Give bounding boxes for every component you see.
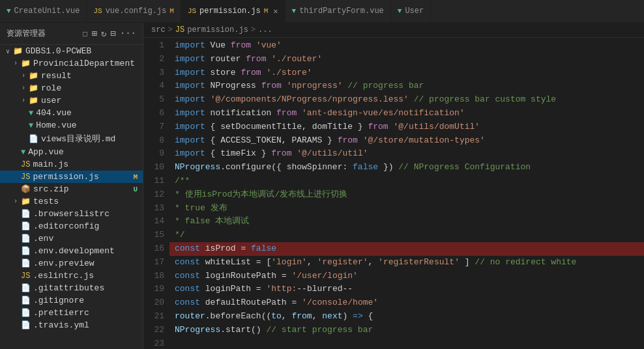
tab-label: thirdPartyForm.vue <box>299 7 384 16</box>
untracked-badge: U <box>133 186 138 193</box>
sidebar-item-gitignore[interactable]: 📄 .gitignore <box>0 294 143 307</box>
file-icon: 📄 <box>21 283 31 293</box>
sidebar-item-404vue[interactable]: ▼ 404.vue <box>0 107 143 119</box>
tab-permission[interactable]: JS permission.js M ✕ <box>181 0 285 23</box>
chevron-right-icon: › <box>18 72 29 79</box>
sidebar-item-homevue[interactable]: ▼ Home.vue <box>0 119 143 132</box>
sidebar-item-tests[interactable]: › 📁 tests <box>0 195 143 208</box>
refresh-icon[interactable]: ↻ <box>101 28 106 39</box>
file-label: permission.js <box>33 172 133 182</box>
line-numbers: 1234567891011121314151617181920212223242… <box>143 38 169 349</box>
modified-badge: M <box>133 173 138 181</box>
code-editor[interactable]: import Vue from 'vue'import router from … <box>169 38 644 349</box>
code-line: */ <box>175 229 644 242</box>
project-name: GDBS1.0-PCWEB <box>25 46 143 56</box>
vue-icon: ▼ <box>7 7 11 15</box>
file-label: main.js <box>33 160 143 169</box>
more-icon[interactable]: ··· <box>120 28 136 39</box>
code-line: * 使用isProd为本地调试/发布线上进行切换 <box>175 188 644 202</box>
file-label: views目录说明.md <box>41 133 143 145</box>
js-icon: JS <box>93 7 102 15</box>
code-line: import router from './router' <box>175 53 644 66</box>
breadcrumb-src: src <box>151 25 166 35</box>
sidebar-item-gitattributes[interactable]: 📄 .gitattributes <box>0 282 143 294</box>
code-line: const whiteList = ['login', 'register', … <box>175 256 644 270</box>
modified-badge: M <box>264 7 269 15</box>
sidebar-item-editorconfig[interactable]: 📄 .editorconfig <box>0 220 143 232</box>
folder-label: result <box>41 71 143 81</box>
code-line: import { setDocumentTitle, domTitle } fr… <box>175 120 644 134</box>
js-file-icon: JS <box>21 160 30 169</box>
sidebar-item-role[interactable]: › 📁 role <box>0 82 143 94</box>
file-icon: 📄 <box>21 258 31 268</box>
collapse-icon[interactable]: ⊟ <box>110 28 115 39</box>
modified-badge: M <box>169 7 174 15</box>
sidebar-item-permissionjs[interactable]: JS permission.js M <box>0 171 143 183</box>
file-label: Home.vue <box>36 120 143 130</box>
code-line: const loginRoutePath = '/user/login' <box>175 270 644 283</box>
close-tab-button[interactable]: ✕ <box>273 7 278 16</box>
sidebar-item-project[interactable]: ∨ 📁 GDBS1.0-PCWEB <box>0 45 143 57</box>
code-container: 1234567891011121314151617181920212223242… <box>143 38 644 349</box>
new-file-icon[interactable]: ☐ <box>82 28 87 39</box>
breadcrumb-ellipsis: ... <box>258 25 272 35</box>
file-icon: 📄 <box>21 320 31 330</box>
tab-label: CreateUnit.vue <box>14 7 80 16</box>
new-folder-icon[interactable]: ⊞ <box>91 28 96 39</box>
sidebar-item-srczip[interactable]: 📦 src.zip U <box>0 183 143 195</box>
breadcrumb-sep: > <box>168 25 173 35</box>
sidebar-item-env-preview[interactable]: 📄 .env.preview <box>0 257 143 270</box>
sidebar-title: 资源管理器 <box>7 28 46 39</box>
sidebar-item-travis[interactable]: 📄 .travis.yml <box>0 319 143 331</box>
file-label: .env.preview <box>33 258 143 268</box>
vue-file-icon: ▼ <box>29 121 33 130</box>
file-label: App.vue <box>28 147 143 157</box>
tab-thirdparty[interactable]: ▼ thirdPartyForm.vue <box>285 0 391 23</box>
chevron-right-icon: › <box>18 97 29 104</box>
vue-icon: ▼ <box>398 7 402 15</box>
tab-label: User <box>405 7 424 16</box>
folder-icon: 📁 <box>29 96 38 105</box>
file-label: .env.development <box>33 246 143 256</box>
sidebar-item-mainjs[interactable]: JS main.js <box>0 158 143 171</box>
tab-label: vue.config.js <box>106 7 167 16</box>
sidebar-item-browserslistrc[interactable]: 📄 .browserslistrc <box>0 208 143 220</box>
code-line: NProgress.start() // start progress bar <box>175 324 644 337</box>
code-line: import Vue from 'vue' <box>175 39 644 53</box>
sidebar-item-user[interactable]: › 📁 user <box>0 94 143 107</box>
file-label: .gitattributes <box>33 283 143 293</box>
file-label: .gitignore <box>33 296 143 305</box>
code-line: * false 本地调试 <box>175 215 644 229</box>
sidebar-item-env-dev[interactable]: 📄 .env.development <box>0 245 143 257</box>
sidebar-item-env[interactable]: 📄 .env <box>0 232 143 245</box>
sidebar-item-viewsmd[interactable]: 📄 views目录说明.md <box>0 132 143 146</box>
file-label: .editorconfig <box>33 221 143 231</box>
file-icon: 📄 <box>21 234 31 244</box>
sidebar-item-eslintrc[interactable]: JS .eslintrc.js <box>0 270 143 282</box>
tab-user[interactable]: ▼ User <box>391 0 431 23</box>
file-label: src.zip <box>33 184 133 194</box>
tab-createunit[interactable]: ▼ CreateUnit.vue <box>0 0 87 23</box>
sidebar-item-provincial[interactable]: › 📁 ProvincialDepartment <box>0 57 143 70</box>
folder-label: ProvincialDepartment <box>33 59 143 68</box>
file-icon: 📄 <box>21 221 31 231</box>
folder-label: tests <box>33 197 143 206</box>
code-line: NProgress.configure({ showSpinner: false… <box>175 161 644 174</box>
sidebar-item-prettierrc[interactable]: 📄 .prettierrc <box>0 307 143 319</box>
code-line: import { timeFix } from '@/utils/util' <box>175 147 644 161</box>
folder-label: user <box>41 96 143 105</box>
file-label: 404.vue <box>36 108 143 118</box>
code-line: router.beforeEach((to, from, next) => { <box>175 310 644 324</box>
code-line: * true 发布 <box>175 202 644 216</box>
editor-area: src > JS permission.js > ... 12345678910… <box>143 23 644 349</box>
sidebar-item-result[interactable]: › 📁 result <box>0 70 143 82</box>
sidebar-item-appvue[interactable]: ▼ App.vue <box>0 146 143 158</box>
code-line: import '@/components/NProgress/nprogress… <box>175 93 644 107</box>
sidebar: 资源管理器 ☐ ⊞ ↻ ⊟ ··· ∨ 📁 GDBS1.0-PCWEB › 📁 … <box>0 23 143 349</box>
folder-icon: 📁 <box>21 59 31 68</box>
vue-icon: ▼ <box>292 7 297 15</box>
file-label: .eslintrc.js <box>33 271 143 281</box>
tab-vueconfig[interactable]: JS vue.config.js M <box>87 0 181 23</box>
tab-label: permission.js <box>199 7 261 16</box>
folder-icon: 📁 <box>29 83 38 93</box>
